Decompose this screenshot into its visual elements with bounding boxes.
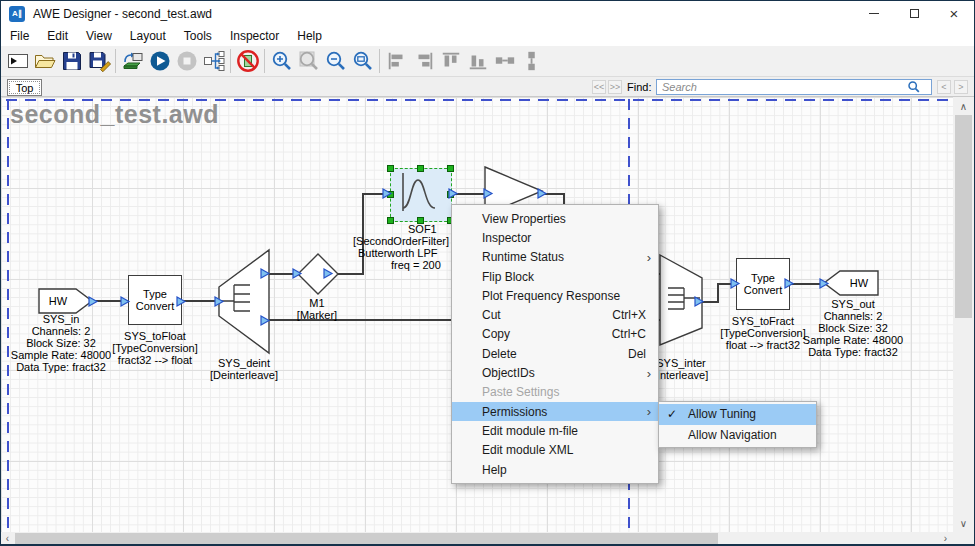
- scroll-left-arrow[interactable]: ‹: [1, 532, 14, 545]
- selection-handle[interactable]: [417, 165, 424, 172]
- context-item-flip-block[interactable]: Flip Block: [452, 267, 658, 286]
- find-prev-all-button[interactable]: <<: [592, 80, 606, 94]
- input-pin[interactable]: [214, 296, 224, 307]
- selection-handle[interactable]: [387, 217, 394, 224]
- vertical-scrollbar[interactable]: ∧ ∨: [953, 97, 974, 532]
- context-item-delete[interactable]: DeleteDel: [452, 344, 658, 363]
- context-item-permissions[interactable]: Permissions›: [452, 402, 658, 421]
- tab-top[interactable]: Top: [7, 79, 42, 96]
- menu-view[interactable]: View: [77, 27, 121, 45]
- type-convert-out-block[interactable]: Type Convert: [736, 258, 790, 310]
- toolbar: [1, 46, 974, 77]
- window-title: AWE Designer - second_test.awd: [33, 7, 212, 21]
- selection-handle[interactable]: [387, 165, 394, 172]
- open-button[interactable]: [31, 48, 58, 75]
- block-label: Type Convert: [136, 288, 175, 312]
- menu-edit[interactable]: Edit: [38, 27, 77, 45]
- new-design-icon: [6, 49, 30, 73]
- zoom-normal-button[interactable]: [295, 48, 322, 75]
- input-pin[interactable]: [120, 296, 130, 307]
- zoom-in-button[interactable]: [268, 48, 295, 75]
- find-label: Find:: [627, 81, 651, 93]
- input-pin[interactable]: [819, 278, 829, 289]
- type-convert-in-block[interactable]: Type Convert: [128, 275, 182, 325]
- scroll-right-arrow[interactable]: ›: [939, 532, 952, 545]
- global-disable-button[interactable]: [234, 48, 261, 75]
- sof-filter-block[interactable]: [390, 168, 452, 222]
- save-as-button[interactable]: [85, 48, 112, 75]
- caption-line: [TypeConversion]: [95, 342, 215, 354]
- close-button[interactable]: ×: [934, 1, 974, 26]
- output-pin[interactable]: [260, 268, 270, 279]
- horizontal-scrollbar[interactable]: ‹ ›: [0, 532, 953, 545]
- zoom-selection-button[interactable]: [349, 48, 376, 75]
- scroll-down-arrow[interactable]: ∨: [953, 516, 974, 530]
- context-item-objectids[interactable]: ObjectIDs›: [452, 363, 658, 382]
- menu-file[interactable]: File: [1, 27, 38, 45]
- find-prev-button[interactable]: <: [937, 80, 951, 94]
- context-item-edit-module-xml[interactable]: Edit module XML: [452, 441, 658, 460]
- menu-tools[interactable]: Tools: [175, 27, 221, 45]
- output-pin[interactable]: [88, 296, 98, 307]
- output-pin[interactable]: [784, 278, 794, 289]
- context-item-plot-frequency-response[interactable]: Plot Frequency Response: [452, 286, 658, 305]
- find-next-button[interactable]: >: [954, 80, 968, 94]
- save-button[interactable]: [58, 48, 85, 75]
- output-pin[interactable]: [448, 188, 458, 199]
- stop-button[interactable]: [173, 48, 200, 75]
- align-left-button[interactable]: [383, 48, 410, 75]
- selection-handle[interactable]: [447, 165, 454, 172]
- output-pin[interactable]: [323, 268, 333, 279]
- hw-input-block[interactable]: HW: [38, 288, 94, 314]
- menu-inspector[interactable]: Inspector: [221, 27, 288, 45]
- stop-icon: [175, 49, 199, 73]
- connect-to-target-button[interactable]: [119, 48, 146, 75]
- minimize-button[interactable]: [854, 1, 894, 26]
- input-pin[interactable]: [292, 268, 302, 279]
- vertical-scroll-thumb[interactable]: [955, 115, 972, 318]
- output-pin[interactable]: [176, 296, 186, 307]
- run-button[interactable]: [146, 48, 173, 75]
- output-pin[interactable]: [694, 296, 704, 307]
- svg-text:HW: HW: [850, 277, 869, 289]
- input-pin[interactable]: [483, 188, 493, 199]
- submenu-item-allow-tuning[interactable]: ✓Allow Tuning: [659, 404, 816, 425]
- zoom-in-icon: [270, 49, 294, 73]
- context-item-runtime-status[interactable]: Runtime Status›: [452, 248, 658, 267]
- align-right-icon: [413, 50, 435, 72]
- align-right-button[interactable]: [410, 48, 437, 75]
- zoom-selection-icon: [351, 49, 375, 73]
- maximize-button[interactable]: [894, 1, 934, 26]
- context-item-edit-module-m-file[interactable]: Edit module m-file: [452, 421, 658, 440]
- context-item-help[interactable]: Help: [452, 460, 658, 479]
- align-left-icon: [386, 50, 408, 72]
- hw-output-block[interactable]: HW: [822, 270, 880, 296]
- hw-output-caption: SYS_out Channels: 2 Block Size: 32 Sampl…: [793, 298, 913, 358]
- input-pin[interactable]: [730, 278, 740, 289]
- menu-help[interactable]: Help: [288, 27, 331, 45]
- center-horizontal-button[interactable]: [491, 48, 518, 75]
- context-item-copy[interactable]: CopyCtrl+C: [452, 325, 658, 344]
- align-bottom-button[interactable]: [464, 48, 491, 75]
- center-vertical-button[interactable]: [518, 48, 545, 75]
- search-input[interactable]: [657, 80, 907, 94]
- input-pin[interactable]: [382, 188, 392, 199]
- menu-layout[interactable]: Layout: [121, 27, 175, 45]
- context-item-inspector[interactable]: Inspector: [452, 228, 658, 247]
- find-next-all-button[interactable]: >>: [608, 80, 622, 94]
- submenu-arrow-icon: ›: [647, 250, 651, 265]
- align-top-button[interactable]: [437, 48, 464, 75]
- new-design-button[interactable]: [4, 48, 31, 75]
- sof-caption-line: SOF1: [408, 223, 437, 235]
- context-item-view-properties[interactable]: View Properties: [452, 209, 658, 228]
- output-pin[interactable]: [537, 188, 547, 199]
- marker-block[interactable]: [296, 252, 340, 296]
- shortcut-label: Ctrl+X: [612, 308, 646, 322]
- scroll-up-arrow[interactable]: ∧: [953, 99, 974, 113]
- zoom-out-button[interactable]: [322, 48, 349, 75]
- horizontal-scroll-thumb[interactable]: [15, 533, 718, 544]
- filter-curve-icon: [389, 167, 451, 221]
- propagate-values-button[interactable]: [200, 48, 227, 75]
- context-item-cut[interactable]: CutCtrl+X: [452, 305, 658, 324]
- output-pin[interactable]: [260, 315, 270, 326]
